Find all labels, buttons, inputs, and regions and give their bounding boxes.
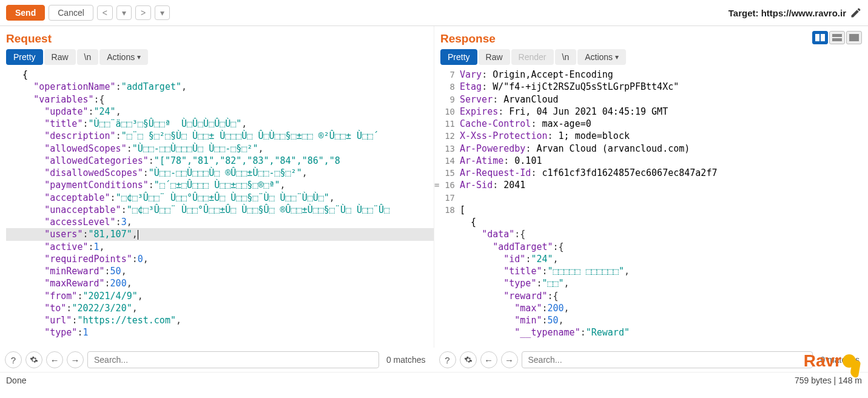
request-panel: Request Pretty Raw \n Actions ▾ { "opera… <box>0 26 434 348</box>
response-title: Response <box>440 26 496 49</box>
search-next-icon[interactable]: → <box>501 351 518 368</box>
tab-newline[interactable]: \n <box>555 49 577 65</box>
search-next-icon[interactable]: → <box>67 351 84 368</box>
request-title: Request <box>6 26 52 49</box>
help-icon[interactable]: ? <box>439 351 456 368</box>
tab-actions[interactable]: Actions ▾ <box>577 49 626 65</box>
next-dropdown[interactable]: ▾ <box>155 5 170 20</box>
edit-icon[interactable] <box>850 7 862 19</box>
tab-pretty[interactable]: Pretty <box>6 49 43 65</box>
tab-raw[interactable]: Raw <box>479 49 510 65</box>
send-button[interactable]: Send <box>6 5 45 21</box>
chevron-down-icon: ▾ <box>615 53 619 61</box>
tab-raw[interactable]: Raw <box>44 49 76 65</box>
status-right: 759 bytes | 148 m <box>795 376 862 385</box>
chevron-down-icon: ▾ <box>137 53 141 61</box>
layout-stacked-icon[interactable] <box>829 31 845 44</box>
search-prev-icon[interactable]: ← <box>46 351 63 368</box>
top-toolbar: Send Cancel < ▾ > ▾ Target: https://www.… <box>0 0 868 26</box>
response-panel: Response Pretty Raw Render \n Actions ▾ … <box>434 26 868 348</box>
svg-rect-4 <box>849 34 859 41</box>
svg-rect-0 <box>815 34 819 41</box>
response-search-input[interactable] <box>522 351 813 368</box>
request-match-count: 0 matches <box>383 355 429 365</box>
search-prev-icon[interactable]: ← <box>480 351 497 368</box>
tab-render[interactable]: Render <box>511 49 554 65</box>
help-icon[interactable]: ? <box>5 351 22 368</box>
request-search-input[interactable] <box>87 351 379 368</box>
response-body[interactable]: 7Vary: Origin,Accept-Encoding 8Etag: W/"… <box>434 69 868 348</box>
next-button[interactable]: > <box>135 5 151 20</box>
response-match-count: 0 matches <box>816 355 863 365</box>
svg-rect-2 <box>832 34 842 37</box>
tab-newline[interactable]: \n <box>77 49 99 65</box>
tab-actions[interactable]: Actions ▾ <box>99 49 148 65</box>
gear-icon[interactable] <box>460 351 477 368</box>
request-body[interactable]: { "operationName":"addTarget", "variable… <box>0 69 434 348</box>
tab-pretty[interactable]: Pretty <box>440 49 477 65</box>
prev-dropdown[interactable]: ▾ <box>116 5 132 20</box>
gear-icon[interactable] <box>25 351 42 368</box>
cancel-button[interactable]: Cancel <box>49 5 93 21</box>
search-footers: ? ← → 0 matches ? ← → 0 matches <box>0 348 868 372</box>
prev-button[interactable]: < <box>97 5 113 20</box>
status-bar: Done 759 bytes | 148 m <box>0 372 868 388</box>
svg-rect-3 <box>832 38 842 41</box>
layout-single-icon[interactable] <box>846 31 862 44</box>
target-label: Target: https://www.ravro.ir <box>728 8 846 18</box>
svg-rect-1 <box>821 34 825 41</box>
status-left: Done <box>6 376 26 385</box>
layout-split-icon[interactable] <box>812 31 828 44</box>
